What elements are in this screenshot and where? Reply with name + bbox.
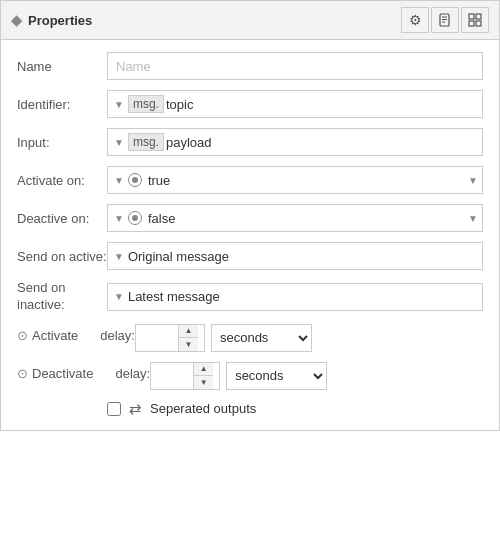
svg-rect-4 <box>469 14 474 19</box>
activate-on-row: Activate on: ▼ true ▼ <box>17 166 483 194</box>
separated-outputs-checkbox[interactable] <box>107 402 121 416</box>
activate-delay-icon: ⊙ <box>17 328 28 343</box>
deactive-dot-icon <box>128 211 142 225</box>
activate-delay-down-button[interactable]: ▼ <box>179 337 198 351</box>
input-row: Input: ▼ msg. payload <box>17 128 483 156</box>
form-body: Name Identifier: ▼ msg. topic Input: ▼ m… <box>1 40 499 430</box>
deactive-on-value: false <box>148 211 464 226</box>
send-inactive-label-line1: Send on <box>17 280 107 297</box>
doc-button[interactable] <box>431 7 459 33</box>
gear-button[interactable]: ⚙ <box>401 7 429 33</box>
deactive-arrow-icon: ▼ <box>114 213 124 224</box>
activate-chevron-icon: ▼ <box>468 175 478 186</box>
name-input[interactable] <box>107 52 483 80</box>
identifier-label: Identifier: <box>17 97 107 112</box>
name-label: Name <box>17 59 107 74</box>
activate-dot-icon <box>128 173 142 187</box>
identifier-msg-badge: msg. <box>128 95 164 113</box>
activate-delay-label-text: Activate <box>32 328 78 343</box>
name-row: Name <box>17 52 483 80</box>
deactivate-delay-controls: 30 ▲ ▼ milliseconds seconds minutes hour… <box>150 362 483 390</box>
input-value: payload <box>166 135 478 150</box>
input-arrow-icon: ▼ <box>114 137 124 148</box>
svg-rect-6 <box>469 21 474 26</box>
properties-panel: ◆ Properties ⚙ <box>0 0 500 431</box>
separated-outputs-row: ⇄ Seperated outputs <box>17 400 483 418</box>
input-msg-badge: msg. <box>128 133 164 151</box>
activate-delay-label: ⊙ Activate delay: <box>17 324 135 343</box>
deactivate-delay-label-line2: delay: <box>97 366 150 381</box>
send-active-label: Send on active: <box>17 249 107 264</box>
activate-on-value: true <box>148 173 464 188</box>
send-inactive-select[interactable]: ▼ Latest message <box>107 283 483 311</box>
activate-on-label: Activate on: <box>17 173 107 188</box>
activate-delay-label-line2: delay: <box>82 328 135 343</box>
identifier-row: Identifier: ▼ msg. topic <box>17 90 483 118</box>
send-inactive-arrow-icon: ▼ <box>114 291 124 302</box>
activate-delay-spinner-buttons: ▲ ▼ <box>178 325 198 351</box>
deactivate-delay-label-text: Deactivate <box>32 366 93 381</box>
svg-rect-7 <box>476 21 481 26</box>
send-inactive-value: Latest message <box>128 289 478 304</box>
activate-delay-unit-select[interactable]: milliseconds seconds minutes hours <box>211 324 312 352</box>
diamond-icon: ◆ <box>11 12 22 28</box>
deactivate-delay-spinner: 30 ▲ ▼ <box>150 362 220 390</box>
send-active-select[interactable]: ▼ Original message <box>107 242 483 270</box>
deactive-on-label: Deactive on: <box>17 211 107 226</box>
activate-delay-spinner: 0 ▲ ▼ <box>135 324 205 352</box>
send-inactive-label-line2: inactive: <box>17 297 107 314</box>
deactive-on-select[interactable]: ▼ false ▼ <box>107 204 483 232</box>
deactivate-delay-row: ⊙ Deactivate delay: 30 ▲ ▼ milliseconds … <box>17 362 483 390</box>
panel-title: ◆ Properties <box>11 12 92 28</box>
header-actions: ⚙ <box>401 7 489 33</box>
deactivate-delay-down-button[interactable]: ▼ <box>194 375 213 389</box>
activate-delay-up-button[interactable]: ▲ <box>179 325 198 338</box>
grid-button[interactable] <box>461 7 489 33</box>
shuffle-icon: ⇄ <box>129 400 142 418</box>
deactive-on-row: Deactive on: ▼ false ▼ <box>17 204 483 232</box>
separated-outputs-label: Seperated outputs <box>150 401 256 416</box>
activate-delay-controls: 0 ▲ ▼ milliseconds seconds minutes hours <box>135 324 483 352</box>
identifier-select[interactable]: ▼ msg. topic <box>107 90 483 118</box>
activate-arrow-icon: ▼ <box>114 175 124 186</box>
activate-delay-row: ⊙ Activate delay: 0 ▲ ▼ milliseconds sec… <box>17 324 483 352</box>
activate-on-select[interactable]: ▼ true ▼ <box>107 166 483 194</box>
deactivate-delay-icon: ⊙ <box>17 366 28 381</box>
input-select[interactable]: ▼ msg. payload <box>107 128 483 156</box>
deactivate-delay-spinner-buttons: ▲ ▼ <box>193 363 213 389</box>
panel-header: ◆ Properties ⚙ <box>1 1 499 40</box>
send-inactive-label: Send on inactive: <box>17 280 107 314</box>
send-active-row: Send on active: ▼ Original message <box>17 242 483 270</box>
send-active-arrow-icon: ▼ <box>114 251 124 262</box>
svg-rect-5 <box>476 14 481 19</box>
deactivate-delay-label: ⊙ Deactivate delay: <box>17 362 150 381</box>
identifier-arrow-icon: ▼ <box>114 99 124 110</box>
activate-delay-input[interactable]: 0 <box>136 325 178 351</box>
deactivate-delay-unit-select[interactable]: milliseconds seconds minutes hours <box>226 362 327 390</box>
deactivate-delay-input[interactable]: 30 <box>151 363 193 389</box>
panel-title-text: Properties <box>28 13 92 28</box>
deactive-chevron-icon: ▼ <box>468 213 478 224</box>
send-inactive-row: Send on inactive: ▼ Latest message <box>17 280 483 314</box>
input-label: Input: <box>17 135 107 150</box>
identifier-value: topic <box>166 97 478 112</box>
deactivate-delay-up-button[interactable]: ▲ <box>194 363 213 376</box>
send-active-value: Original message <box>128 249 478 264</box>
